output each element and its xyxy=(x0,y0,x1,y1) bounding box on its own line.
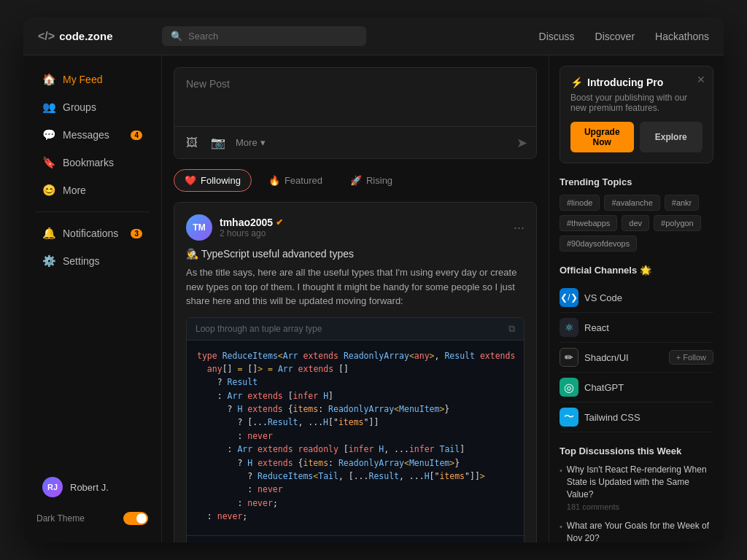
sidebar-divider xyxy=(35,211,150,212)
sidebar-item-settings[interactable]: ⚙️ Settings xyxy=(29,248,155,274)
camera-button[interactable]: 📷 xyxy=(208,133,228,152)
channel-vscode[interactable]: ❮/❯ VS Code xyxy=(560,283,713,313)
channel-react-name: React xyxy=(584,322,713,333)
tag-avalanche[interactable]: #avalanche xyxy=(604,195,659,211)
channels-title: Official Channels 🌟 xyxy=(560,265,713,276)
nav-hackathons[interactable]: Hackathons xyxy=(655,31,709,42)
channel-chatgpt[interactable]: ◎ ChatGPT xyxy=(560,373,713,402)
tab-following[interactable]: ❤️ Following xyxy=(174,169,252,192)
promo-close-button[interactable]: ✕ xyxy=(697,74,705,85)
dark-theme-toggle-area: Dark Theme xyxy=(23,505,161,532)
bullet-icon: • xyxy=(560,522,562,531)
search-icon: 🔍 xyxy=(171,31,182,42)
bullet-icon: • xyxy=(560,466,562,475)
app-window: </> code.zone 🔍 Discuss Discover Hackath… xyxy=(23,18,724,542)
channel-shadcn-name: Shadcn/UI xyxy=(584,352,663,363)
nav-discover[interactable]: Discover xyxy=(595,31,635,42)
tag-linode[interactable]: #linode xyxy=(560,195,600,211)
trending-title: Trending Topics xyxy=(560,176,713,187)
post-card: TM tmhao2005 ✔ 2 hours ago ··· 🕵 TypeScr… xyxy=(174,202,537,542)
code-block-header: Loop through an tuple array type ⧉ xyxy=(187,318,524,341)
sidebar-item-label: My Feed xyxy=(63,74,102,85)
official-channels-section: Official Channels 🌟 ❮/❯ VS Code ⚛ React … xyxy=(560,265,713,432)
tag-dev[interactable]: dev xyxy=(622,215,649,231)
sidebar-item-messages[interactable]: 💬 Messages 4 xyxy=(29,122,155,148)
notifications-badge: 3 xyxy=(131,229,142,238)
channel-react[interactable]: ⚛ React xyxy=(560,313,713,343)
following-tab-label: Following xyxy=(201,175,241,186)
image-upload-button[interactable]: 🖼 xyxy=(183,133,201,152)
logo-icon: </> xyxy=(38,30,55,43)
notifications-icon: 🔔 xyxy=(42,227,55,240)
channel-shadcn[interactable]: ✏ Shadcn/UI + Follow xyxy=(560,343,713,373)
promo-title-text: Introducing Pro xyxy=(587,77,663,88)
sidebar-item-label: Bookmarks xyxy=(63,157,114,168)
send-post-button[interactable]: ➤ xyxy=(516,135,527,151)
search-input[interactable] xyxy=(188,31,357,42)
post-author-name: tmhao2005 ✔ xyxy=(220,217,506,228)
sidebar-item-my-feed[interactable]: 🏠 My Feed xyxy=(29,66,155,93)
upgrade-now-button[interactable]: Upgrade Now xyxy=(570,122,634,152)
channel-tailwind-name: Tailwind CSS xyxy=(584,412,713,423)
code-copy-button[interactable]: ⧉ xyxy=(508,323,515,335)
discussion-content: Why Isn't React Re-rendering When State … xyxy=(567,464,713,511)
more-arrow-icon: ▾ xyxy=(260,137,266,148)
main-layout: 🏠 My Feed 👥 Groups 💬 Messages 4 🔖 Bookma… xyxy=(23,55,724,542)
code-block: Loop through an tuple array type ⧉ type … xyxy=(186,317,525,543)
sidebar-item-user[interactable]: RJ Robert J. xyxy=(29,470,155,504)
rising-tab-label: Rising xyxy=(366,175,392,186)
post-menu-button[interactable]: ··· xyxy=(514,220,525,236)
new-post-footer: 🖼 📷 More ▾ ➤ xyxy=(174,126,536,158)
featured-tab-label: Featured xyxy=(285,175,322,186)
tab-featured[interactable]: 🔥 Featured xyxy=(258,169,333,192)
post-meta: tmhao2005 ✔ 2 hours ago xyxy=(220,217,506,238)
sidebar-item-more[interactable]: 😊 More xyxy=(29,177,155,203)
tag-ankr[interactable]: #ankr xyxy=(665,195,700,211)
vscode-icon: ❮/❯ xyxy=(560,288,578,307)
sidebar: 🏠 My Feed 👥 Groups 💬 Messages 4 🔖 Bookma… xyxy=(23,55,162,542)
sidebar-item-label: Settings xyxy=(63,255,100,267)
tag-polygon[interactable]: #polygon xyxy=(654,215,701,231)
shadcn-follow-button[interactable]: + Follow xyxy=(669,350,713,365)
discussions-title: Top Discussions this Week xyxy=(560,446,713,456)
new-post-box: 🖼 📷 More ▾ ➤ xyxy=(174,67,537,159)
more-options-button[interactable]: More ▾ xyxy=(236,137,266,148)
discussion-text[interactable]: What are Your Goals for the Week of Nov … xyxy=(567,520,713,542)
discussion-item: • What are Your Goals for the Week of No… xyxy=(560,520,713,542)
chatgpt-icon: ◎ xyxy=(560,378,578,397)
sidebar-item-bookmarks[interactable]: 🔖 Bookmarks xyxy=(29,149,155,176)
post-author-avatar: TM xyxy=(186,214,212,241)
logo: </> code.zone xyxy=(38,30,162,43)
discussion-meta: 181 comments xyxy=(567,502,713,511)
channel-tailwind[interactable]: 〜 Tailwind CSS xyxy=(560,402,713,432)
sidebar-item-label: Groups xyxy=(63,101,96,113)
tag-thwebapps[interactable]: #thwebapps xyxy=(560,215,617,231)
code-body: type ReduceItems<Arr extends ReadonlyArr… xyxy=(187,341,524,532)
nav-discuss[interactable]: Discuss xyxy=(539,31,575,42)
read-all-button[interactable]: Read All → xyxy=(187,535,524,542)
post-header: TM tmhao2005 ✔ 2 hours ago ··· xyxy=(186,214,525,241)
featured-tab-icon: 🔥 xyxy=(268,175,280,186)
discussion-text[interactable]: Why Isn't React Re-rendering When State … xyxy=(567,464,713,500)
explore-button[interactable]: Explore xyxy=(640,122,703,152)
promo-actions: Upgrade Now Explore xyxy=(570,122,703,152)
following-tab-icon: ❤️ xyxy=(185,175,196,186)
sidebar-item-notifications[interactable]: 🔔 Notifications 3 xyxy=(29,220,155,246)
top-discussions-section: Top Discussions this Week • Why Isn't Re… xyxy=(560,446,713,542)
feed-tabs: ❤️ Following 🔥 Featured 🚀 Rising xyxy=(174,169,537,192)
promo-body: Boost your publishing with our new premi… xyxy=(570,93,703,113)
right-panel: ✕ ⚡ Introducing Pro Boost your publishin… xyxy=(549,55,724,542)
dark-theme-toggle[interactable] xyxy=(123,512,148,525)
groups-icon: 👥 xyxy=(42,101,55,114)
tab-rising[interactable]: 🚀 Rising xyxy=(339,169,403,192)
tags-row: #linode #avalanche #ankr #thwebapps dev … xyxy=(560,195,713,252)
search-bar[interactable]: 🔍 xyxy=(162,26,366,46)
discussion-content: What are Your Goals for the Week of Nov … xyxy=(567,520,713,542)
new-post-input[interactable] xyxy=(174,68,536,123)
verified-badge: ✔ xyxy=(276,217,283,228)
tag-90days[interactable]: #90daysofdevops xyxy=(560,236,637,252)
sidebar-item-groups[interactable]: 👥 Groups xyxy=(29,94,155,120)
channel-vscode-name: VS Code xyxy=(584,292,713,303)
more-icon: 😊 xyxy=(42,184,55,197)
toggle-knob xyxy=(136,513,147,524)
